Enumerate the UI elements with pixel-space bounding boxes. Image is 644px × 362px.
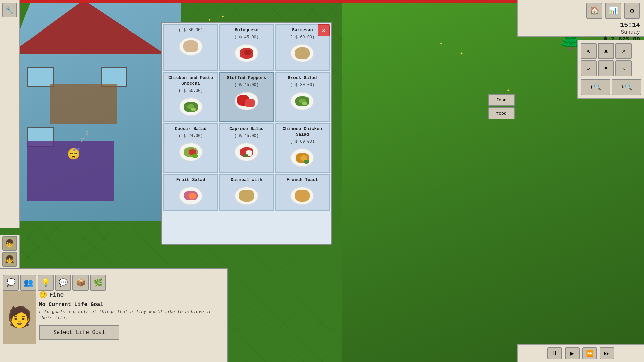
nav-arrow-downright[interactable]: ↘ — [615, 60, 632, 76]
food-bolognese-price: ( ฿ 45.00) — [234, 35, 259, 40]
home-icon: 🏠 — [590, 6, 599, 15]
food-fruit-plate — [179, 187, 203, 205]
food-french-plate — [290, 187, 314, 205]
mood-text: Fine — [49, 292, 64, 298]
time-display: 15:14 — [620, 21, 640, 29]
food-item-fruit-salad[interactable]: Fruit Salad — [163, 174, 218, 211]
toolbar-btn-1[interactable]: 🔧 — [2, 3, 17, 17]
red-border-top — [20, 0, 517, 3]
avatar-figure: 🧑 — [7, 305, 32, 330]
food-gnocchi-image — [177, 95, 204, 119]
food-greek-image — [289, 89, 316, 113]
side-food-btn-1[interactable]: food — [488, 94, 515, 106]
action-btn-4[interactable]: 💬 — [55, 275, 71, 291]
food-item-caesar-salad[interactable]: Caesar Salad ( ฿ 24.00) — [163, 123, 218, 173]
food-caprese-name: Caprese Salad — [229, 126, 263, 132]
food-caesar-blob3 — [192, 154, 198, 158]
food-item-oatmeal[interactable]: Oatmeal with — [219, 174, 274, 211]
food-greek-price: ( ฿ 30.00) — [290, 82, 314, 87]
action-btn-6[interactable]: 🌿 — [90, 275, 106, 291]
food-item-stuffed-peppers[interactable]: Stuffed Peppers ( ฿ 45.00) — [219, 72, 274, 122]
action-btn-3[interactable]: 💡 — [38, 275, 54, 291]
food-item-greek-salad[interactable]: Greek Salad ( ฿ 30.00) — [275, 72, 330, 122]
food-item-chicken-gnocchi[interactable]: Chicken and Pesto Gnocchi ( ฿ 60.00) — [163, 72, 218, 122]
food-dialog: ✕ ( ฿ 36.00) Bolognese ( ฿ 45.00) — [161, 22, 332, 245]
play-button[interactable]: ▶ — [565, 347, 580, 359]
character-panel: 💭 👥 💡 💬 📦 🌿 🧑 🙂 Fine No Current Life Goa… — [0, 268, 228, 362]
zoom-in-button[interactable]: ⬆🔍 — [581, 79, 610, 95]
zoom-out-button[interactable]: ⬇🔍 — [612, 79, 642, 95]
food-oatmeal-image — [233, 184, 260, 207]
food-parmesan-image — [289, 42, 316, 65]
nav-arrow-upleft[interactable]: ↖ — [581, 43, 597, 59]
food-bolognese-blob2 — [244, 50, 251, 55]
window-1 — [27, 67, 54, 87]
nav-arrow-upright[interactable]: ↗ — [615, 43, 632, 59]
food-gnocchi-name: Chicken and Pesto Gnocchi — [165, 75, 216, 87]
food-bolognese-plate — [235, 44, 258, 62]
nav-arrow-downleft[interactable]: ↙ — [581, 60, 597, 76]
food-french-blob — [295, 190, 310, 202]
char-avatar-2[interactable]: 👧 — [2, 252, 17, 267]
action-btn-2[interactable]: 👥 — [20, 275, 36, 291]
food-pasta-plate — [179, 37, 203, 56]
settings-button[interactable]: ⚙️ — [624, 3, 640, 19]
food-item-caprese-salad[interactable]: Caprese Salad ( ฿ 45.00) — [219, 123, 274, 173]
food-peppers-price: ( ฿ 45.00) — [234, 82, 259, 87]
food-greek-name: Greek Salad — [288, 75, 317, 81]
food-parmesan-name: Parmesan — [292, 27, 313, 33]
food-pasta-image — [177, 35, 204, 58]
action-btn-1[interactable]: 💭 — [3, 275, 19, 291]
fast-forward-button[interactable]: ⏩ — [582, 347, 597, 359]
food-parmesan-plate — [290, 44, 314, 62]
life-goal-section: No Current Life Goal Life goals are sets… — [39, 302, 224, 321]
character-info: 🙂 Fine No Current Life Goal Life goals a… — [39, 291, 224, 340]
food-oatmeal-blob — [239, 190, 254, 202]
food-peppers-plate — [235, 92, 258, 110]
food-item-french-toast[interactable]: French Toast — [275, 174, 330, 211]
food-french-image — [289, 184, 316, 207]
food-chinese-plate — [290, 148, 314, 167]
dialog-close-button[interactable]: ✕ — [318, 24, 330, 36]
top-icons-row: 🏠 📊 ⚙️ — [586, 3, 640, 19]
nav-arrow-down[interactable]: ▼ — [598, 60, 614, 76]
side-food-btn-2[interactable]: food — [488, 107, 515, 119]
food-caprese-image — [233, 140, 260, 164]
pause-button[interactable]: ⏸ — [547, 347, 562, 359]
food-caprese-blob3 — [243, 154, 248, 157]
food-gnocchi-blob3 — [191, 108, 196, 111]
food-caesar-name: Caesar Salad — [175, 126, 207, 132]
food-gnocchi-price: ( ฿ 60.00) — [179, 88, 203, 93]
close-icon: ✕ — [322, 26, 326, 34]
life-goal-desc: Life goals are sets of things that a Tin… — [39, 309, 224, 321]
select-goal-label: Select Life Goal — [53, 329, 105, 336]
food-parmesan-blob — [295, 47, 310, 59]
settings-icon: ⚙️ — [630, 6, 634, 15]
chart-icon: 📊 — [609, 6, 618, 15]
food-bolognese-image — [233, 42, 260, 65]
day-display: Sunday — [621, 29, 640, 35]
food-parmesan-price: ( ฿ 60.00) — [290, 35, 314, 40]
food-chinese-image — [289, 146, 316, 170]
action-btn-5[interactable]: 📦 — [72, 275, 89, 291]
food-item-pasta[interactable]: ( ฿ 36.00) — [163, 24, 218, 71]
select-life-goal-button[interactable]: Select Life Goal — [39, 325, 119, 340]
char-avatar-1[interactable]: 👦 — [2, 236, 17, 251]
nav-arrow-up[interactable]: ▲ — [598, 43, 614, 59]
food-item-chinese-chicken[interactable]: Chinese Chicken Salad ( ฿ 60.00) — [275, 123, 330, 173]
food-fruit-name: Fruit Salad — [176, 177, 205, 183]
food-oatmeal-name: Oatmeal with — [231, 177, 262, 183]
zoom-row: ⬆🔍 ⬇🔍 — [581, 79, 641, 95]
food-grid-scroll[interactable]: ( ฿ 36.00) Bolognese ( ฿ 45.00) — [162, 23, 331, 244]
home-button[interactable]: 🏠 — [586, 3, 602, 19]
food-chinese-blob3 — [304, 160, 309, 164]
food-item-bolognese[interactable]: Bolognese ( ฿ 45.00) — [219, 24, 274, 71]
chart-button[interactable]: 📊 — [605, 3, 621, 19]
side-food-buttons: food food — [488, 94, 515, 119]
food-peppers-image — [233, 89, 260, 113]
fastest-button[interactable]: ⏭ — [600, 347, 614, 359]
food-caesar-image — [177, 140, 204, 164]
food-chinese-price: ( ฿ 60.00) — [290, 139, 314, 144]
nav-arrows-grid: ↖ ▲ ↗ ↙ ▼ ↘ — [581, 43, 641, 76]
char-action-row: 💭 👥 💡 💬 📦 🌿 — [3, 275, 224, 291]
